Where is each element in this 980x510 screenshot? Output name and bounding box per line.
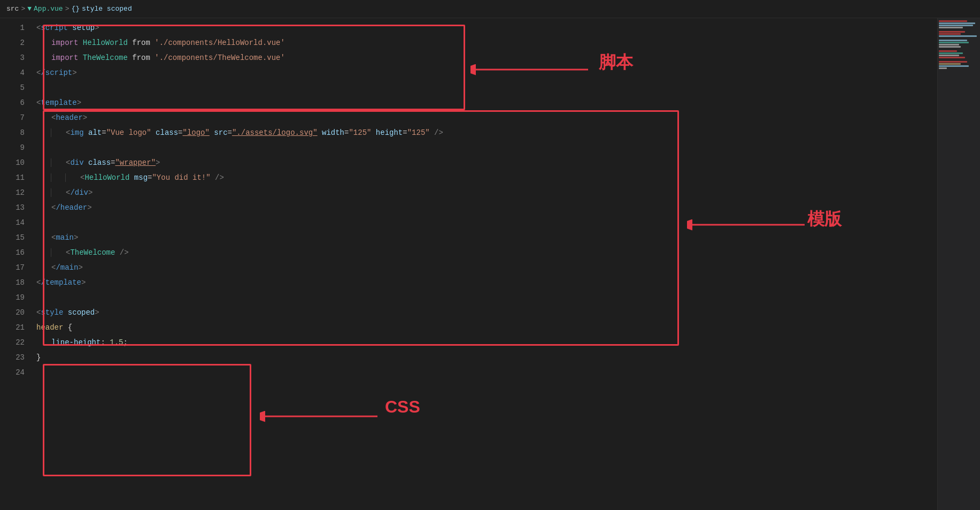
breadcrumb: src > ▼ App.vue > {} style scoped: [0, 0, 980, 18]
breadcrumb-braces: {}: [71, 5, 80, 13]
code-line-7: <header>: [32, 110, 937, 125]
editor: 123456789101112131415161718192021222324 …: [0, 18, 980, 510]
code-line-17: </main>: [32, 260, 937, 275]
line-numbers: 123456789101112131415161718192021222324: [0, 18, 32, 510]
line-number-1: 1: [0, 20, 25, 35]
code-line-11: <HelloWorld msg="You did it!" />: [32, 170, 937, 185]
code-line-9: [32, 140, 937, 155]
line-number-12: 12: [0, 185, 25, 200]
code-line-12: </div>: [32, 185, 937, 200]
code-line-22: line-height: 1.5;: [32, 335, 937, 350]
code-line-10: <div class="wrapper">: [32, 155, 937, 170]
code-line-13: </header>: [32, 200, 937, 215]
breadcrumb-style-scoped[interactable]: style scoped: [82, 5, 132, 13]
line-number-5: 5: [0, 80, 25, 95]
code-line-14: [32, 215, 937, 230]
breadcrumb-sep2: >: [65, 5, 70, 13]
code-line-3: import TheWelcome from './components/The…: [32, 50, 937, 65]
code-line-8: <img alt="Vue logo" class="logo" src="./…: [32, 125, 937, 140]
code-line-5: [32, 80, 937, 95]
code-line-15: <main>: [32, 230, 937, 245]
code-line-2: import HelloWorld from './components/Hel…: [32, 35, 937, 50]
line-number-4: 4: [0, 65, 25, 80]
code-line-19: [32, 290, 937, 305]
breadcrumb-sep1: >: [21, 5, 25, 13]
line-number-2: 2: [0, 35, 25, 50]
code-area[interactable]: <script setup> import HelloWorld from '.…: [32, 18, 937, 510]
code-line-23: }: [32, 350, 937, 365]
line-number-17: 17: [0, 260, 25, 275]
line-number-22: 22: [0, 335, 25, 350]
code-line-20: <style scoped>: [32, 305, 937, 320]
line-number-24: 24: [0, 365, 25, 380]
code-line-21: header {: [32, 320, 937, 335]
line-number-11: 11: [0, 170, 25, 185]
line-number-20: 20: [0, 305, 25, 320]
line-number-8: 8: [0, 125, 25, 140]
line-number-19: 19: [0, 290, 25, 305]
line-number-18: 18: [0, 275, 25, 290]
line-number-9: 9: [0, 140, 25, 155]
code-line-24: [32, 365, 937, 380]
line-number-10: 10: [0, 155, 25, 170]
breadcrumb-src[interactable]: src: [6, 5, 19, 13]
vue-icon: ▼: [27, 5, 32, 13]
line-number-6: 6: [0, 95, 25, 110]
line-number-23: 23: [0, 350, 25, 365]
breadcrumb-app-vue[interactable]: App.vue: [34, 5, 63, 13]
line-number-16: 16: [0, 245, 25, 260]
line-number-7: 7: [0, 110, 25, 125]
code-line-6: <template>: [32, 95, 937, 110]
minimap: [937, 18, 980, 510]
line-number-21: 21: [0, 320, 25, 335]
code-line-16: <TheWelcome />: [32, 245, 937, 260]
code-line-18: </template>: [32, 275, 937, 290]
line-number-15: 15: [0, 230, 25, 245]
line-number-14: 14: [0, 215, 25, 230]
code-line-4: </script>: [32, 65, 937, 80]
line-number-13: 13: [0, 200, 25, 215]
line-number-3: 3: [0, 50, 25, 65]
code-line-1: <script setup>: [32, 20, 937, 35]
